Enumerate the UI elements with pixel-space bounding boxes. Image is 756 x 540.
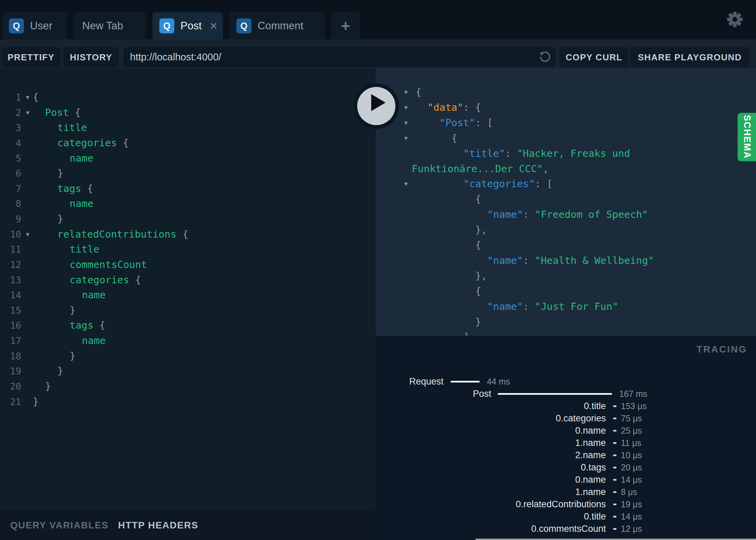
token: } bbox=[57, 365, 63, 377]
token: } bbox=[475, 316, 481, 328]
tracing-row: 0.relatedContributions19 μs bbox=[376, 498, 756, 510]
token: { bbox=[33, 91, 39, 103]
copy-curl-button[interactable]: COPY CURL bbox=[559, 47, 628, 68]
token: categories bbox=[57, 137, 117, 149]
tracing-dash bbox=[613, 516, 616, 518]
token: [ bbox=[487, 117, 493, 129]
tracing-label: 2.name bbox=[376, 449, 606, 461]
play-icon bbox=[371, 94, 386, 111]
response-code: "categories": [ bbox=[463, 176, 553, 192]
tracing-value: 14 μs bbox=[621, 474, 642, 486]
tab-new-tab[interactable]: New Tab bbox=[73, 12, 146, 40]
token: name bbox=[70, 152, 93, 164]
tracing-label: 0.categories bbox=[376, 412, 606, 424]
response-code: }, bbox=[475, 268, 487, 284]
response-line: "name": "Freedom of Speech" bbox=[376, 207, 756, 222]
horizontal-scrollbar[interactable] bbox=[476, 539, 756, 540]
add-tab-button[interactable]: + bbox=[331, 12, 360, 40]
tracing-value: 12 μs bbox=[621, 523, 642, 535]
tracing-row: 0.name14 μs bbox=[376, 474, 756, 486]
token: } bbox=[45, 380, 51, 392]
tab-comment[interactable]: Q Comment bbox=[230, 12, 324, 40]
query-line: 9} bbox=[0, 211, 376, 227]
settings-gear-icon[interactable] bbox=[727, 11, 743, 28]
fold-arrow-icon[interactable]: ▾ bbox=[401, 115, 411, 131]
query-badge-icon: Q bbox=[9, 18, 24, 33]
query-line: 15} bbox=[0, 303, 376, 318]
token: Post bbox=[45, 107, 69, 118]
tracing-duration-bar bbox=[451, 381, 480, 382]
response-code: "name": "Just For Fun" bbox=[487, 299, 618, 314]
fold-arrow-icon[interactable]: ▾ bbox=[23, 105, 33, 120]
query-line: 1▾{ bbox=[0, 90, 376, 105]
query-line: 3title bbox=[0, 120, 376, 135]
token: : bbox=[523, 301, 535, 312]
response-code: { bbox=[451, 131, 457, 146]
execute-query-button[interactable] bbox=[353, 83, 399, 129]
tracing-value: 167 ms bbox=[619, 388, 647, 400]
tracing-dash bbox=[613, 467, 616, 468]
query-line: 11title bbox=[0, 242, 376, 257]
history-button[interactable]: HISTORY bbox=[63, 47, 119, 68]
query-line: 20} bbox=[0, 379, 376, 394]
query-code: commentsCount bbox=[70, 257, 147, 272]
query-variables-toggle[interactable]: QUERY VARIABLES bbox=[10, 520, 108, 531]
token: name bbox=[70, 198, 93, 209]
tab-post[interactable]: Q Post × bbox=[152, 12, 223, 40]
endpoint-url-input[interactable] bbox=[123, 47, 555, 67]
response-code: }, bbox=[475, 222, 487, 238]
response-line: }, bbox=[376, 268, 756, 284]
tracing-value: 11 μs bbox=[621, 437, 641, 449]
query-line: 5name bbox=[0, 151, 376, 166]
query-line: 13categories { bbox=[0, 272, 376, 288]
response-line: ] bbox=[376, 329, 756, 336]
token: "Post" bbox=[439, 117, 475, 129]
query-code: name bbox=[82, 287, 106, 303]
fold-arrow-icon[interactable]: ▾ bbox=[23, 227, 33, 242]
tracing-label: 1.name bbox=[376, 486, 606, 498]
token: "categories" bbox=[463, 178, 535, 190]
token: }, bbox=[475, 270, 487, 282]
token: Funktionäre...Der CCC" bbox=[412, 163, 543, 175]
tab-user[interactable]: Q User bbox=[2, 12, 67, 40]
close-tab-icon[interactable]: × bbox=[210, 19, 217, 32]
response-code: ] bbox=[463, 329, 469, 336]
query-code: } bbox=[70, 348, 75, 364]
token: "name" bbox=[487, 255, 523, 266]
tracing-row: 0.title153 μs bbox=[376, 400, 756, 412]
token: { bbox=[93, 319, 105, 331]
query-editor[interactable]: 1▾{2▾Post {3title4categories {5name6}7ta… bbox=[0, 68, 376, 510]
token: "Health & Wellbeing" bbox=[535, 255, 654, 266]
toolbar: PRETTIFY HISTORY COPY CURL SHARE PLAYGRO… bbox=[0, 40, 756, 68]
response-code: "Post": [ bbox=[439, 115, 493, 131]
share-playground-button[interactable]: SHARE PLAYGROUND bbox=[630, 47, 749, 68]
schema-tab-button[interactable]: SCHEMA bbox=[738, 113, 756, 161]
query-line: 10▾relatedContributions { bbox=[0, 227, 376, 242]
tab-bar: Q User New Tab Q Post × Q Comment + bbox=[0, 0, 756, 40]
query-line: 16tags { bbox=[0, 318, 376, 333]
http-headers-toggle[interactable]: HTTP HEADERS bbox=[118, 520, 198, 531]
response-code: "name": "Health & Wellbeing" bbox=[487, 253, 654, 268]
fold-arrow-icon[interactable]: ▾ bbox=[401, 85, 411, 100]
fold-arrow-icon[interactable]: ▾ bbox=[401, 100, 411, 115]
query-code: tags { bbox=[57, 181, 93, 196]
response-code: } bbox=[475, 314, 481, 330]
tracing-title: TRACING bbox=[696, 344, 747, 355]
refresh-icon[interactable] bbox=[538, 50, 551, 64]
response-code: "title": "Hacker, Freaks und bbox=[463, 146, 630, 161]
token: { bbox=[475, 102, 481, 113]
tracing-row: 0.name25 μs bbox=[376, 424, 756, 437]
query-badge-icon: Q bbox=[236, 18, 251, 33]
prettify-button[interactable]: PRETTIFY bbox=[1, 47, 61, 68]
fold-arrow-icon[interactable]: ▾ bbox=[401, 131, 411, 146]
line-number: 1 bbox=[0, 90, 21, 105]
line-number: 15 bbox=[0, 303, 21, 318]
tracing-label: 0.tags bbox=[376, 461, 606, 474]
query-code: } bbox=[57, 166, 63, 181]
query-code: Post { bbox=[45, 105, 81, 120]
token: relatedContributions bbox=[57, 228, 176, 240]
fold-arrow-icon[interactable]: ▾ bbox=[401, 176, 411, 192]
line-number: 16 bbox=[0, 318, 21, 333]
fold-arrow-icon[interactable]: ▾ bbox=[23, 90, 33, 105]
query-code: categories { bbox=[70, 272, 141, 288]
